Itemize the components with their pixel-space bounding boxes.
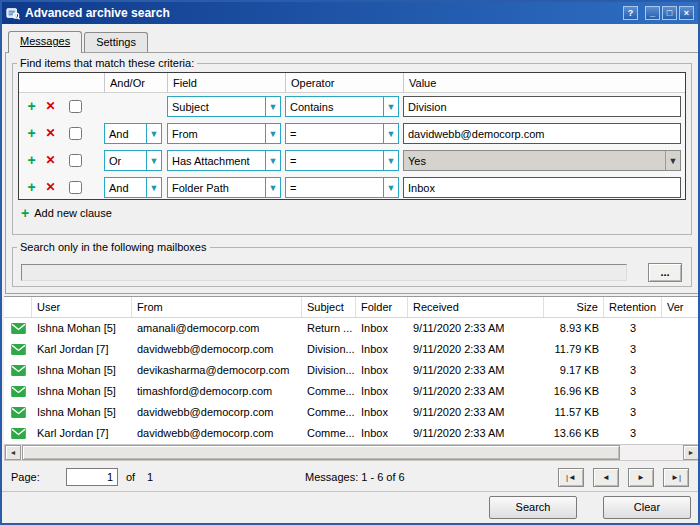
header-from[interactable]: From xyxy=(132,297,302,317)
header-version[interactable]: Ver xyxy=(662,297,700,317)
results-list: User From Subject Folder Received Size R… xyxy=(4,296,700,444)
page-number-input[interactable] xyxy=(66,468,118,486)
chevron-down-icon: ▼ xyxy=(383,124,398,143)
previous-page-button[interactable]: ◄ xyxy=(593,468,619,487)
clear-button[interactable]: Clear xyxy=(603,496,691,519)
clause-checkbox[interactable] xyxy=(69,100,82,113)
maximize-button[interactable]: □ xyxy=(662,6,677,20)
clause-checkbox[interactable] xyxy=(69,181,82,194)
add-new-clause-link[interactable]: + Add new clause xyxy=(21,205,112,221)
chevron-down-icon: ▼ xyxy=(265,124,280,143)
criteria-table: And/Or Field Operator Value + ✕ Subject … xyxy=(18,72,686,200)
field-dropdown[interactable]: From ▼ xyxy=(167,123,281,144)
cell-received: 9/11/2020 2:33 AM xyxy=(408,360,544,381)
delete-clause-icon[interactable]: ✕ xyxy=(43,125,58,141)
browse-mailboxes-button[interactable]: ... xyxy=(648,263,682,282)
andor-dropdown[interactable]: And ▼ xyxy=(104,177,162,198)
clause-row: + ✕ Or ▼ Has Attachment ▼ = ▼ xyxy=(19,147,685,174)
horizontal-scrollbar[interactable]: ◄ ► xyxy=(4,444,700,461)
field-dropdown-value: Folder Path xyxy=(168,182,265,194)
field-dropdown[interactable]: Folder Path ▼ xyxy=(167,177,281,198)
tab-messages[interactable]: Messages xyxy=(8,31,82,53)
cell-user: Ishna Mohan [5] xyxy=(32,402,132,423)
message-row[interactable]: Ishna Mohan [5] davidwebb@democorp.com C… xyxy=(4,402,700,423)
close-button[interactable]: × xyxy=(679,6,694,20)
cell-received: 9/11/2020 2:33 AM xyxy=(408,339,544,360)
scrollbar-thumb[interactable] xyxy=(22,445,620,460)
clause-row: + ✕ And ▼ From ▼ = ▼ xyxy=(19,120,685,147)
add-clause-icon[interactable]: + xyxy=(24,152,39,168)
andor-dropdown[interactable]: Or ▼ xyxy=(104,150,162,171)
header-operator: Operator xyxy=(285,73,403,93)
chevron-down-icon: ▼ xyxy=(146,124,161,143)
cell-user: Ishna Mohan [5] xyxy=(32,381,132,402)
envelope-icon xyxy=(11,323,26,334)
tab-settings-label: Settings xyxy=(96,36,136,48)
cell-retention: 3 xyxy=(604,423,662,444)
add-clause-icon[interactable]: + xyxy=(24,98,39,114)
header-retention[interactable]: Retention xyxy=(604,297,662,317)
cell-retention: 3 xyxy=(604,360,662,381)
value-input[interactable] xyxy=(403,177,681,198)
header-size[interactable]: Size xyxy=(544,297,604,317)
clause-checkbox[interactable] xyxy=(69,127,82,140)
message-row[interactable]: Ishna Mohan [5] amanali@democorp.com Ret… xyxy=(4,318,700,339)
delete-clause-icon[interactable]: ✕ xyxy=(43,152,58,168)
mailboxes-group: Search only in the following mailboxes .… xyxy=(12,241,692,287)
cell-received: 9/11/2020 2:33 AM xyxy=(408,402,544,423)
chevron-down-icon: ▼ xyxy=(665,151,680,170)
message-row[interactable]: Ishna Mohan [5] devikasharma@democorp.co… xyxy=(4,360,700,381)
delete-clause-icon[interactable]: ✕ xyxy=(43,179,58,195)
operator-dropdown[interactable]: = ▼ xyxy=(285,150,399,171)
first-page-button[interactable]: |◄ xyxy=(558,468,584,487)
cell-subject: Return ... xyxy=(302,318,356,339)
value-dropdown[interactable]: Yes ▼ xyxy=(403,150,681,171)
of-label: of xyxy=(126,471,135,483)
header-folder[interactable]: Folder xyxy=(356,297,408,317)
andor-dropdown-value: Or xyxy=(105,155,146,167)
tab-settings[interactable]: Settings xyxy=(84,32,148,52)
field-dropdown[interactable]: Subject ▼ xyxy=(167,96,281,117)
clause-checkbox[interactable] xyxy=(69,154,82,167)
last-page-button[interactable]: ►| xyxy=(663,468,689,487)
header-received[interactable]: Received xyxy=(408,297,544,317)
field-dropdown[interactable]: Has Attachment ▼ xyxy=(167,150,281,171)
help-button[interactable]: ? xyxy=(623,6,638,20)
cell-from: timashford@democorp.com xyxy=(132,381,302,402)
envelope-icon xyxy=(11,344,26,355)
scroll-left-arrow-icon[interactable]: ◄ xyxy=(5,445,21,460)
header-andor: And/Or xyxy=(104,73,167,93)
envelope-icon xyxy=(11,386,26,397)
mailboxes-input[interactable] xyxy=(21,264,627,281)
delete-clause-icon[interactable]: ✕ xyxy=(43,98,58,114)
cell-folder: Inbox xyxy=(356,381,408,402)
header-subject[interactable]: Subject xyxy=(302,297,356,317)
andor-dropdown[interactable]: And ▼ xyxy=(104,123,162,144)
add-clause-icon[interactable]: + xyxy=(24,179,39,195)
operator-dropdown-value: Contains xyxy=(286,101,383,113)
message-row[interactable]: Karl Jordan [7] davidwebb@democorp.com D… xyxy=(4,339,700,360)
window-title: Advanced archive search xyxy=(25,6,621,20)
minimize-button[interactable]: _ xyxy=(645,6,660,20)
next-page-button[interactable]: ► xyxy=(628,468,654,487)
chevron-down-icon: ▼ xyxy=(146,151,161,170)
value-input[interactable] xyxy=(403,123,681,144)
messages-count-label: Messages: 1 - 6 of 6 xyxy=(305,471,405,483)
cell-subject: Division... xyxy=(302,339,356,360)
scroll-right-arrow-icon[interactable]: ► xyxy=(683,445,699,460)
header-user[interactable]: User xyxy=(32,297,132,317)
message-row[interactable]: Ishna Mohan [5] timashford@democorp.com … xyxy=(4,381,700,402)
cell-size: 16.96 KB xyxy=(544,381,604,402)
operator-dropdown[interactable]: = ▼ xyxy=(285,123,399,144)
operator-dropdown[interactable]: Contains ▼ xyxy=(285,96,399,117)
search-button[interactable]: Search xyxy=(489,496,577,519)
andor-dropdown-value: And xyxy=(105,128,146,140)
messages-tab-panel: Find items that match these criteria: An… xyxy=(5,52,699,294)
value-input[interactable] xyxy=(403,96,681,117)
cell-from: amanali@democorp.com xyxy=(132,318,302,339)
message-row[interactable]: Karl Jordan [7] davidwebb@democorp.com C… xyxy=(4,423,700,444)
titlebar: Advanced archive search ? _ □ × xyxy=(2,2,698,24)
chevron-down-icon: ▼ xyxy=(146,178,161,197)
add-clause-icon[interactable]: + xyxy=(24,125,39,141)
operator-dropdown[interactable]: = ▼ xyxy=(285,177,399,198)
